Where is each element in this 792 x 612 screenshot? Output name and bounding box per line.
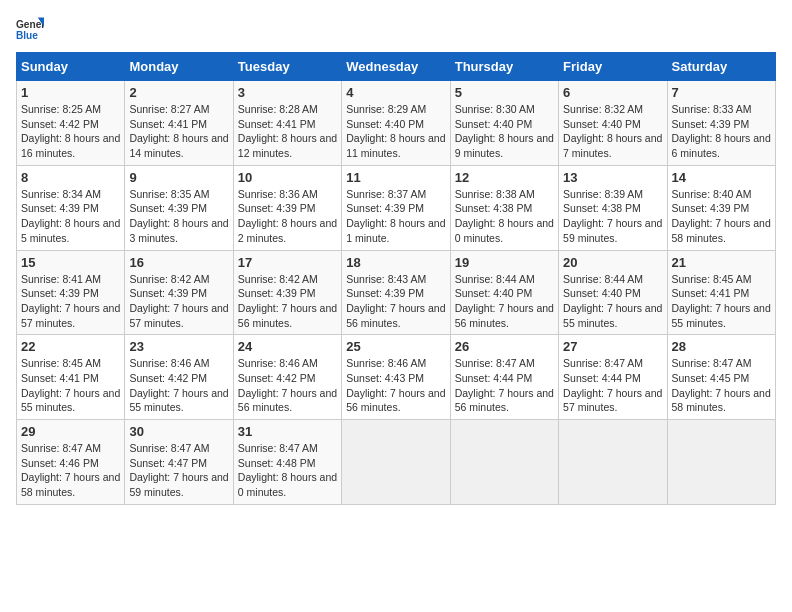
daylight-text: Daylight: 8 hours and 0 minutes. bbox=[455, 217, 554, 244]
sunset-text: Sunset: 4:48 PM bbox=[238, 457, 316, 469]
sunrise-text: Sunrise: 8:39 AM bbox=[563, 188, 643, 200]
calendar-day-9: 9 Sunrise: 8:35 AM Sunset: 4:39 PM Dayli… bbox=[125, 165, 233, 250]
day-content: Sunrise: 8:36 AM Sunset: 4:39 PM Dayligh… bbox=[238, 187, 337, 246]
day-content: Sunrise: 8:35 AM Sunset: 4:39 PM Dayligh… bbox=[129, 187, 228, 246]
day-content: Sunrise: 8:41 AM Sunset: 4:39 PM Dayligh… bbox=[21, 272, 120, 331]
daylight-text: Daylight: 8 hours and 1 minute. bbox=[346, 217, 445, 244]
sunrise-text: Sunrise: 8:47 AM bbox=[672, 357, 752, 369]
calendar-day-15: 15 Sunrise: 8:41 AM Sunset: 4:39 PM Dayl… bbox=[17, 250, 125, 335]
sunrise-text: Sunrise: 8:33 AM bbox=[672, 103, 752, 115]
daylight-text: Daylight: 7 hours and 58 minutes. bbox=[672, 217, 771, 244]
day-number: 13 bbox=[563, 170, 662, 185]
sunset-text: Sunset: 4:40 PM bbox=[346, 118, 424, 130]
daylight-text: Daylight: 7 hours and 55 minutes. bbox=[21, 387, 120, 414]
day-number: 1 bbox=[21, 85, 120, 100]
calendar-day-14: 14 Sunrise: 8:40 AM Sunset: 4:39 PM Dayl… bbox=[667, 165, 775, 250]
day-number: 7 bbox=[672, 85, 771, 100]
day-number: 4 bbox=[346, 85, 445, 100]
day-number: 20 bbox=[563, 255, 662, 270]
sunrise-text: Sunrise: 8:44 AM bbox=[563, 273, 643, 285]
calendar-day-20: 20 Sunrise: 8:44 AM Sunset: 4:40 PM Dayl… bbox=[559, 250, 667, 335]
sunset-text: Sunset: 4:40 PM bbox=[563, 118, 641, 130]
sunset-text: Sunset: 4:43 PM bbox=[346, 372, 424, 384]
daylight-text: Daylight: 7 hours and 56 minutes. bbox=[346, 387, 445, 414]
calendar-day-12: 12 Sunrise: 8:38 AM Sunset: 4:38 PM Dayl… bbox=[450, 165, 558, 250]
day-content: Sunrise: 8:39 AM Sunset: 4:38 PM Dayligh… bbox=[563, 187, 662, 246]
day-content: Sunrise: 8:28 AM Sunset: 4:41 PM Dayligh… bbox=[238, 102, 337, 161]
sunset-text: Sunset: 4:45 PM bbox=[672, 372, 750, 384]
daylight-text: Daylight: 8 hours and 7 minutes. bbox=[563, 132, 662, 159]
daylight-text: Daylight: 8 hours and 3 minutes. bbox=[129, 217, 228, 244]
calendar-day-4: 4 Sunrise: 8:29 AM Sunset: 4:40 PM Dayli… bbox=[342, 81, 450, 166]
day-content: Sunrise: 8:47 AM Sunset: 4:47 PM Dayligh… bbox=[129, 441, 228, 500]
sunset-text: Sunset: 4:38 PM bbox=[563, 202, 641, 214]
day-number: 28 bbox=[672, 339, 771, 354]
sunrise-text: Sunrise: 8:46 AM bbox=[238, 357, 318, 369]
sunset-text: Sunset: 4:38 PM bbox=[455, 202, 533, 214]
calendar-day-5: 5 Sunrise: 8:30 AM Sunset: 4:40 PM Dayli… bbox=[450, 81, 558, 166]
sunset-text: Sunset: 4:39 PM bbox=[346, 287, 424, 299]
sunrise-text: Sunrise: 8:29 AM bbox=[346, 103, 426, 115]
day-number: 25 bbox=[346, 339, 445, 354]
sunset-text: Sunset: 4:47 PM bbox=[129, 457, 207, 469]
sunset-text: Sunset: 4:39 PM bbox=[238, 287, 316, 299]
sunrise-text: Sunrise: 8:34 AM bbox=[21, 188, 101, 200]
sunset-text: Sunset: 4:44 PM bbox=[563, 372, 641, 384]
day-number: 15 bbox=[21, 255, 120, 270]
calendar-week-4: 22 Sunrise: 8:45 AM Sunset: 4:41 PM Dayl… bbox=[17, 335, 776, 420]
sunset-text: Sunset: 4:44 PM bbox=[455, 372, 533, 384]
day-content: Sunrise: 8:32 AM Sunset: 4:40 PM Dayligh… bbox=[563, 102, 662, 161]
sunset-text: Sunset: 4:39 PM bbox=[238, 202, 316, 214]
day-content: Sunrise: 8:29 AM Sunset: 4:40 PM Dayligh… bbox=[346, 102, 445, 161]
sunset-text: Sunset: 4:39 PM bbox=[129, 287, 207, 299]
sunset-text: Sunset: 4:42 PM bbox=[238, 372, 316, 384]
calendar-day-21: 21 Sunrise: 8:45 AM Sunset: 4:41 PM Dayl… bbox=[667, 250, 775, 335]
calendar-day-26: 26 Sunrise: 8:47 AM Sunset: 4:44 PM Dayl… bbox=[450, 335, 558, 420]
calendar-day-13: 13 Sunrise: 8:39 AM Sunset: 4:38 PM Dayl… bbox=[559, 165, 667, 250]
day-content: Sunrise: 8:43 AM Sunset: 4:39 PM Dayligh… bbox=[346, 272, 445, 331]
day-content: Sunrise: 8:46 AM Sunset: 4:42 PM Dayligh… bbox=[129, 356, 228, 415]
day-number: 29 bbox=[21, 424, 120, 439]
daylight-text: Daylight: 8 hours and 5 minutes. bbox=[21, 217, 120, 244]
sunset-text: Sunset: 4:41 PM bbox=[21, 372, 99, 384]
sunrise-text: Sunrise: 8:41 AM bbox=[21, 273, 101, 285]
calendar-day-30: 30 Sunrise: 8:47 AM Sunset: 4:47 PM Dayl… bbox=[125, 420, 233, 505]
daylight-text: Daylight: 8 hours and 11 minutes. bbox=[346, 132, 445, 159]
day-number: 12 bbox=[455, 170, 554, 185]
day-content: Sunrise: 8:44 AM Sunset: 4:40 PM Dayligh… bbox=[455, 272, 554, 331]
sunrise-text: Sunrise: 8:42 AM bbox=[129, 273, 209, 285]
daylight-text: Daylight: 7 hours and 55 minutes. bbox=[563, 302, 662, 329]
daylight-text: Daylight: 7 hours and 56 minutes. bbox=[238, 302, 337, 329]
calendar-day-6: 6 Sunrise: 8:32 AM Sunset: 4:40 PM Dayli… bbox=[559, 81, 667, 166]
calendar-day-28: 28 Sunrise: 8:47 AM Sunset: 4:45 PM Dayl… bbox=[667, 335, 775, 420]
sunset-text: Sunset: 4:40 PM bbox=[563, 287, 641, 299]
sunrise-text: Sunrise: 8:28 AM bbox=[238, 103, 318, 115]
weekday-header-saturday: Saturday bbox=[667, 53, 775, 81]
weekday-header-friday: Friday bbox=[559, 53, 667, 81]
day-content: Sunrise: 8:27 AM Sunset: 4:41 PM Dayligh… bbox=[129, 102, 228, 161]
calendar-day-27: 27 Sunrise: 8:47 AM Sunset: 4:44 PM Dayl… bbox=[559, 335, 667, 420]
empty-cell bbox=[559, 420, 667, 505]
weekday-header-sunday: Sunday bbox=[17, 53, 125, 81]
weekday-header-monday: Monday bbox=[125, 53, 233, 81]
day-number: 14 bbox=[672, 170, 771, 185]
daylight-text: Daylight: 7 hours and 58 minutes. bbox=[672, 387, 771, 414]
day-number: 8 bbox=[21, 170, 120, 185]
daylight-text: Daylight: 7 hours and 59 minutes. bbox=[563, 217, 662, 244]
sunrise-text: Sunrise: 8:38 AM bbox=[455, 188, 535, 200]
daylight-text: Daylight: 7 hours and 59 minutes. bbox=[129, 471, 228, 498]
daylight-text: Daylight: 7 hours and 55 minutes. bbox=[129, 387, 228, 414]
weekday-header-thursday: Thursday bbox=[450, 53, 558, 81]
day-number: 17 bbox=[238, 255, 337, 270]
sunrise-text: Sunrise: 8:32 AM bbox=[563, 103, 643, 115]
daylight-text: Daylight: 7 hours and 57 minutes. bbox=[21, 302, 120, 329]
daylight-text: Daylight: 7 hours and 56 minutes. bbox=[346, 302, 445, 329]
svg-text:General: General bbox=[16, 19, 44, 30]
daylight-text: Daylight: 7 hours and 56 minutes. bbox=[455, 302, 554, 329]
day-content: Sunrise: 8:42 AM Sunset: 4:39 PM Dayligh… bbox=[129, 272, 228, 331]
calendar-day-19: 19 Sunrise: 8:44 AM Sunset: 4:40 PM Dayl… bbox=[450, 250, 558, 335]
sunrise-text: Sunrise: 8:47 AM bbox=[129, 442, 209, 454]
calendar-day-24: 24 Sunrise: 8:46 AM Sunset: 4:42 PM Dayl… bbox=[233, 335, 341, 420]
daylight-text: Daylight: 8 hours and 14 minutes. bbox=[129, 132, 228, 159]
day-number: 11 bbox=[346, 170, 445, 185]
